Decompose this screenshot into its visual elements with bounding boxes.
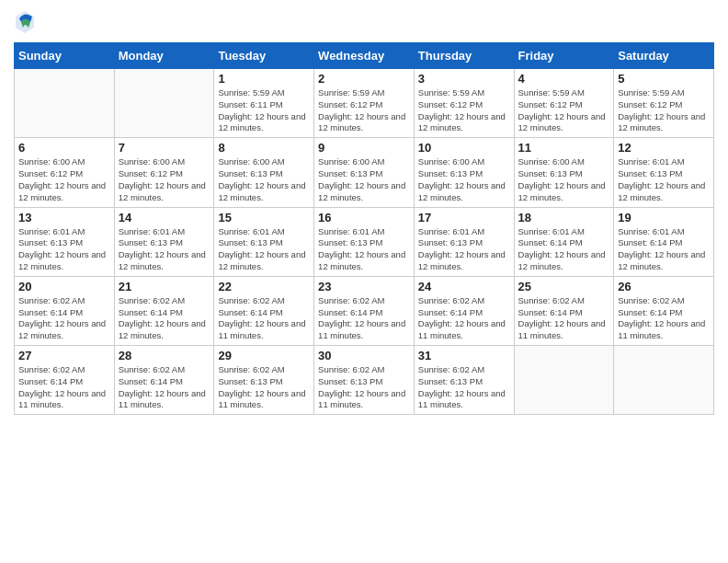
day-info: Sunrise: 6:02 AM Sunset: 6:14 PM Dayligh… (18, 295, 110, 342)
calendar-cell: 18Sunrise: 6:01 AM Sunset: 6:14 PM Dayli… (514, 207, 614, 276)
day-number: 1 (218, 72, 310, 86)
day-info: Sunrise: 5:59 AM Sunset: 6:11 PM Dayligh… (218, 87, 310, 134)
day-number: 13 (18, 211, 110, 224)
day-info: Sunrise: 6:00 AM Sunset: 6:13 PM Dayligh… (418, 156, 510, 203)
calendar-cell: 23Sunrise: 6:02 AM Sunset: 6:14 PM Dayli… (314, 276, 415, 345)
day-number: 8 (218, 141, 310, 155)
day-info: Sunrise: 6:01 AM Sunset: 6:13 PM Dayligh… (119, 226, 210, 273)
day-info: Sunrise: 6:00 AM Sunset: 6:13 PM Dayligh… (518, 156, 610, 203)
day-info: Sunrise: 6:02 AM Sunset: 6:14 PM Dayligh… (18, 364, 110, 411)
day-number: 16 (318, 211, 410, 224)
calendar-header-friday: Friday (514, 43, 614, 69)
calendar-cell: 13Sunrise: 6:01 AM Sunset: 6:13 PM Dayli… (15, 207, 115, 276)
day-info: Sunrise: 6:02 AM Sunset: 6:14 PM Dayligh… (518, 295, 610, 342)
calendar-week-row: 20Sunrise: 6:02 AM Sunset: 6:14 PM Dayli… (15, 276, 714, 345)
calendar-cell: 1Sunrise: 5:59 AM Sunset: 6:11 PM Daylig… (214, 69, 314, 138)
day-number: 31 (418, 349, 510, 362)
calendar-table: SundayMondayTuesdayWednesdayThursdayFrid… (14, 42, 714, 415)
calendar-cell: 24Sunrise: 6:02 AM Sunset: 6:14 PM Dayli… (414, 276, 514, 345)
calendar-cell: 28Sunrise: 6:02 AM Sunset: 6:14 PM Dayli… (114, 346, 214, 415)
day-number: 14 (119, 211, 210, 224)
calendar-cell: 26Sunrise: 6:02 AM Sunset: 6:14 PM Dayli… (614, 276, 714, 345)
day-number: 20 (18, 280, 110, 293)
calendar-cell: 4Sunrise: 5:59 AM Sunset: 6:12 PM Daylig… (514, 69, 614, 138)
day-number: 12 (618, 141, 710, 155)
day-number: 7 (119, 141, 210, 155)
day-info: Sunrise: 6:02 AM Sunset: 6:13 PM Dayligh… (218, 364, 310, 411)
day-number: 27 (18, 349, 110, 362)
day-number: 24 (418, 280, 510, 293)
day-number: 28 (119, 349, 210, 362)
day-info: Sunrise: 6:00 AM Sunset: 6:12 PM Dayligh… (119, 156, 210, 203)
day-info: Sunrise: 6:00 AM Sunset: 6:13 PM Dayligh… (318, 156, 410, 203)
day-info: Sunrise: 6:02 AM Sunset: 6:14 PM Dayligh… (119, 295, 210, 342)
calendar-cell: 22Sunrise: 6:02 AM Sunset: 6:14 PM Dayli… (214, 276, 314, 345)
day-info: Sunrise: 6:01 AM Sunset: 6:13 PM Dayligh… (318, 226, 410, 273)
day-number: 19 (618, 211, 710, 224)
day-number: 17 (418, 211, 510, 224)
calendar-cell (15, 69, 115, 138)
day-info: Sunrise: 6:01 AM Sunset: 6:13 PM Dayligh… (218, 226, 310, 273)
calendar-week-row: 1Sunrise: 5:59 AM Sunset: 6:11 PM Daylig… (15, 69, 714, 138)
calendar-cell: 8Sunrise: 6:00 AM Sunset: 6:13 PM Daylig… (214, 138, 314, 207)
day-number: 11 (518, 141, 610, 155)
day-number: 9 (318, 141, 410, 155)
day-info: Sunrise: 5:59 AM Sunset: 6:12 PM Dayligh… (518, 87, 610, 134)
day-info: Sunrise: 6:01 AM Sunset: 6:14 PM Dayligh… (618, 226, 710, 273)
calendar-cell: 2Sunrise: 5:59 AM Sunset: 6:12 PM Daylig… (314, 69, 415, 138)
calendar-cell: 7Sunrise: 6:00 AM Sunset: 6:12 PM Daylig… (114, 138, 214, 207)
day-info: Sunrise: 6:01 AM Sunset: 6:14 PM Dayligh… (518, 226, 610, 273)
calendar-cell: 21Sunrise: 6:02 AM Sunset: 6:14 PM Dayli… (114, 276, 214, 345)
day-number: 5 (618, 72, 710, 86)
day-number: 29 (218, 349, 310, 362)
calendar-cell: 11Sunrise: 6:00 AM Sunset: 6:13 PM Dayli… (514, 138, 614, 207)
calendar-cell: 25Sunrise: 6:02 AM Sunset: 6:14 PM Dayli… (514, 276, 614, 345)
calendar-cell: 6Sunrise: 6:00 AM Sunset: 6:12 PM Daylig… (15, 138, 115, 207)
calendar-cell: 29Sunrise: 6:02 AM Sunset: 6:13 PM Dayli… (214, 346, 314, 415)
day-info: Sunrise: 6:02 AM Sunset: 6:13 PM Dayligh… (318, 364, 410, 411)
calendar-header-saturday: Saturday (614, 43, 714, 69)
day-info: Sunrise: 6:01 AM Sunset: 6:13 PM Dayligh… (618, 156, 710, 203)
calendar-week-row: 27Sunrise: 6:02 AM Sunset: 6:14 PM Dayli… (15, 346, 714, 415)
day-number: 4 (518, 72, 610, 86)
day-info: Sunrise: 6:00 AM Sunset: 6:12 PM Dayligh… (18, 156, 110, 203)
day-number: 23 (318, 280, 410, 293)
logo-icon (14, 9, 36, 35)
calendar-cell (614, 346, 714, 415)
calendar-cell: 27Sunrise: 6:02 AM Sunset: 6:14 PM Dayli… (15, 346, 115, 415)
day-info: Sunrise: 6:02 AM Sunset: 6:13 PM Dayligh… (418, 364, 510, 411)
day-info: Sunrise: 6:00 AM Sunset: 6:13 PM Dayligh… (218, 156, 310, 203)
day-info: Sunrise: 6:02 AM Sunset: 6:14 PM Dayligh… (318, 295, 410, 342)
logo (14, 9, 40, 35)
day-info: Sunrise: 6:02 AM Sunset: 6:14 PM Dayligh… (418, 295, 510, 342)
calendar-cell: 5Sunrise: 5:59 AM Sunset: 6:12 PM Daylig… (614, 69, 714, 138)
day-info: Sunrise: 5:59 AM Sunset: 6:12 PM Dayligh… (418, 87, 510, 134)
day-number: 6 (18, 141, 110, 155)
day-number: 30 (318, 349, 410, 362)
calendar-cell (514, 346, 614, 415)
day-number: 22 (218, 280, 310, 293)
calendar-header-row: SundayMondayTuesdayWednesdayThursdayFrid… (15, 43, 714, 69)
calendar-cell: 19Sunrise: 6:01 AM Sunset: 6:14 PM Dayli… (614, 207, 714, 276)
calendar-cell: 14Sunrise: 6:01 AM Sunset: 6:13 PM Dayli… (114, 207, 214, 276)
day-info: Sunrise: 6:01 AM Sunset: 6:13 PM Dayligh… (18, 226, 110, 273)
calendar-cell: 15Sunrise: 6:01 AM Sunset: 6:13 PM Dayli… (214, 207, 314, 276)
calendar-cell: 9Sunrise: 6:00 AM Sunset: 6:13 PM Daylig… (314, 138, 415, 207)
calendar-cell: 30Sunrise: 6:02 AM Sunset: 6:13 PM Dayli… (314, 346, 415, 415)
day-info: Sunrise: 6:02 AM Sunset: 6:14 PM Dayligh… (618, 295, 710, 342)
day-number: 10 (418, 141, 510, 155)
calendar-header-tuesday: Tuesday (214, 43, 314, 69)
day-info: Sunrise: 6:02 AM Sunset: 6:14 PM Dayligh… (218, 295, 310, 342)
day-number: 2 (318, 72, 410, 86)
day-number: 18 (518, 211, 610, 224)
day-number: 3 (418, 72, 510, 86)
calendar-header-thursday: Thursday (414, 43, 514, 69)
day-info: Sunrise: 5:59 AM Sunset: 6:12 PM Dayligh… (318, 87, 410, 134)
calendar-week-row: 13Sunrise: 6:01 AM Sunset: 6:13 PM Dayli… (15, 207, 714, 276)
calendar-cell: 17Sunrise: 6:01 AM Sunset: 6:13 PM Dayli… (414, 207, 514, 276)
calendar-week-row: 6Sunrise: 6:00 AM Sunset: 6:12 PM Daylig… (15, 138, 714, 207)
page-header (14, 9, 714, 35)
day-number: 26 (618, 280, 710, 293)
calendar-cell: 12Sunrise: 6:01 AM Sunset: 6:13 PM Dayli… (614, 138, 714, 207)
calendar-cell (114, 69, 214, 138)
